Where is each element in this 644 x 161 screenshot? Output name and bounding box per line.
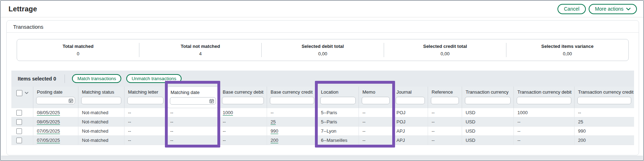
cell-base-currency-debit: 1000 xyxy=(219,108,267,117)
base-credit-link[interactable]: 200 xyxy=(271,138,278,143)
column-header-matching-status: Matching status xyxy=(78,87,124,108)
filter-matching-letter-input[interactable] xyxy=(127,97,163,104)
match-transactions-label: Match transactions xyxy=(77,76,116,81)
filter-matching-status-input[interactable] xyxy=(81,97,121,104)
chevron-down-icon xyxy=(626,8,631,10)
cell-transaction-currency-debit: -- xyxy=(514,117,574,126)
cell-location: 6--Marseilles xyxy=(317,136,359,145)
cell-transaction-currency-debit: -- xyxy=(514,127,574,135)
horizontal-scrollbar[interactable] xyxy=(1,156,643,160)
cell-matching-date: -- xyxy=(167,108,219,117)
cell-memo: -- xyxy=(359,136,393,145)
cell-matching-letter: -- xyxy=(124,136,167,145)
table-row: 08/05/2025 Not-matched -- -- 1000 -- 5--… xyxy=(11,108,634,117)
posting-date-link[interactable]: 07/05/2025 xyxy=(37,128,60,134)
cell-posting-date: 07/05/2025 xyxy=(33,136,78,145)
row-checkbox[interactable] xyxy=(16,119,22,125)
cell-transaction-currency-credit: 990 xyxy=(574,127,634,135)
cell-base-currency-debit: -- xyxy=(219,117,267,126)
select-menu-chevron-down-icon[interactable] xyxy=(25,92,28,94)
filter-transaction-currency-input[interactable] xyxy=(465,97,511,104)
transactions-table: Items selected 0 Match transactions Unma… xyxy=(11,71,634,145)
cell-reference: -- xyxy=(428,136,462,145)
summary-label: Total not matched xyxy=(181,44,220,49)
cancel-button[interactable]: Cancel xyxy=(557,4,586,14)
filter-base-currency-credit-input[interactable] xyxy=(270,97,314,104)
filter-posting-date-input[interactable] xyxy=(36,97,75,104)
cell-base-currency-credit: 990 xyxy=(267,127,317,135)
section-divider xyxy=(7,32,639,33)
cell-matching-date: -- xyxy=(167,117,219,126)
posting-date-link[interactable]: 08/05/2025 xyxy=(37,110,60,115)
cell-posting-date: 07/05/2025 xyxy=(33,127,78,135)
cell-transaction-currency-credit: -- xyxy=(574,108,634,117)
cell-memo: -- xyxy=(359,117,393,126)
filter-location-input[interactable] xyxy=(320,97,356,104)
summary-label: Total matched xyxy=(62,44,93,49)
cell-matching-date: -- xyxy=(167,127,219,135)
match-transactions-button[interactable]: Match transactions xyxy=(72,74,121,83)
cell-matching-status: Not-matched xyxy=(78,136,124,145)
column-header-journal: Journal xyxy=(393,87,428,108)
filter-base-currency-debit-input[interactable] xyxy=(222,97,264,104)
base-credit-link[interactable]: 990 xyxy=(271,128,278,134)
cell-journal: APJ xyxy=(393,127,428,135)
cell-matching-date: -- xyxy=(167,136,219,145)
column-header-transaction-currency: Transaction currency xyxy=(462,87,514,108)
title-bar: Lettrage Cancel More actions xyxy=(1,1,643,17)
cell-base-currency-credit: 25 xyxy=(267,117,317,126)
more-actions-button[interactable]: More actions xyxy=(589,4,637,14)
cell-reference: -- xyxy=(428,117,462,126)
cell-posting-date: 08/05/2025 xyxy=(33,108,78,117)
row-checkbox[interactable] xyxy=(16,110,22,116)
filter-transaction-currency-debit-input[interactable] xyxy=(517,97,571,104)
select-all-checkbox[interactable] xyxy=(16,90,22,96)
filter-reference-input[interactable] xyxy=(431,97,459,104)
cell-matching-letter: -- xyxy=(124,108,167,117)
cell-posting-date: 08/05/2025 xyxy=(33,117,78,126)
row-select-cell xyxy=(11,136,33,145)
cell-matching-status: Not-matched xyxy=(78,108,124,117)
row-select-cell xyxy=(11,108,33,117)
column-header-memo: Memo xyxy=(359,87,393,108)
cell-location: 5--Paris xyxy=(317,108,359,117)
toolbar-divider xyxy=(65,74,65,83)
filter-memo-input[interactable] xyxy=(362,97,390,104)
row-checkbox[interactable] xyxy=(16,128,22,134)
unmatch-transactions-label: Unmatch transactions xyxy=(132,76,176,81)
table-toolbar: Items selected 0 Match transactions Unma… xyxy=(11,71,634,87)
cell-matching-status: Not-matched xyxy=(78,127,124,135)
row-checkbox[interactable] xyxy=(16,138,22,143)
summary-value: 0,00 xyxy=(318,51,327,56)
summary-panel: Total matched 0 Total not matched 4 Sele… xyxy=(17,39,629,61)
unmatch-transactions-button[interactable]: Unmatch transactions xyxy=(126,74,182,83)
summary-value: 0,00 xyxy=(563,51,572,56)
column-header-reference: Reference xyxy=(428,87,462,108)
posting-date-link[interactable]: 07/05/2025 xyxy=(37,138,60,143)
table-row: 07/05/2025 Not-matched -- -- -- 200 6--M… xyxy=(11,136,634,145)
page-title: Lettrage xyxy=(9,5,37,13)
cell-transaction-currency-debit: 1000 xyxy=(514,108,574,117)
more-actions-button-label: More actions xyxy=(595,6,623,12)
cell-matching-letter: -- xyxy=(124,127,167,135)
filter-matching-date-input[interactable] xyxy=(170,97,216,105)
base-credit-link[interactable]: 25 xyxy=(271,119,276,124)
cell-base-currency-debit: -- xyxy=(219,136,267,145)
summary-value: 0 xyxy=(77,51,79,56)
filter-transaction-currency-credit-input[interactable] xyxy=(577,97,631,104)
cell-matching-letter: -- xyxy=(124,117,167,126)
cell-transaction-currency-credit: 200 xyxy=(574,136,634,145)
summary-total-not-matched: Total not matched 4 xyxy=(139,39,261,61)
posting-date-link[interactable]: 08/05/2025 xyxy=(37,119,60,124)
cell-location: 5--Paris xyxy=(317,117,359,126)
filter-journal-input[interactable] xyxy=(396,97,425,104)
column-header-base-currency-credit: Base currency credit xyxy=(267,87,317,108)
cell-reference: -- xyxy=(428,127,462,135)
base-debit-link[interactable]: 1000 xyxy=(223,110,233,115)
column-header-matching-letter: Matching letter xyxy=(124,87,167,108)
cell-base-currency-credit: 200 xyxy=(267,136,317,145)
summary-value: 4 xyxy=(199,51,201,56)
select-all-header-cell xyxy=(11,87,33,108)
cell-reference: -- xyxy=(428,108,462,117)
cell-transaction-currency-credit: 25 xyxy=(574,117,634,126)
